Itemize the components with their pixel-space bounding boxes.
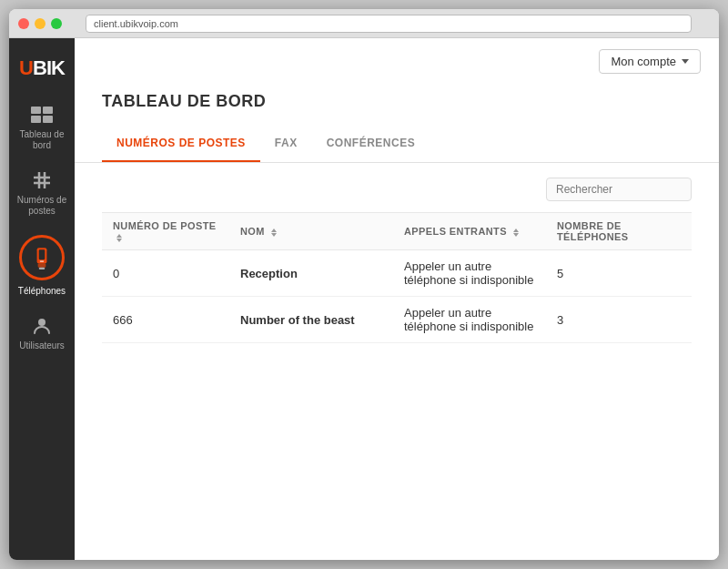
data-table: NUMÉRO DE POSTE NOM [102, 212, 692, 343]
url-text: client.ubikvoip.com [94, 18, 178, 29]
tab-numeros[interactable]: NUMÉROS DE POSTES [102, 126, 260, 162]
svg-rect-9 [39, 249, 46, 259]
page-title-area: TABLEAU DE BORD [75, 85, 719, 126]
app-container: UBIK Tableau de bord [9, 38, 719, 560]
cell-nom: Reception [229, 250, 393, 297]
sort-up-icon [116, 234, 122, 238]
col-header-telephones: NOMBRE DE TÉLÉPHONES [546, 213, 692, 250]
sort-up-icon [513, 229, 519, 232]
logo: UBIK [9, 47, 75, 95]
table-row[interactable]: 666 Number of the beast Appeler un autre… [102, 297, 692, 343]
sidebar-item-label: Numéros de postes [13, 195, 71, 217]
account-button[interactable]: Mon compte [599, 49, 701, 74]
table-header: NUMÉRO DE POSTE NOM [102, 213, 692, 250]
search-input[interactable] [546, 178, 692, 201]
svg-rect-0 [31, 107, 41, 114]
sidebar-item-label: Tableau de bord [13, 129, 71, 151]
phones-circle [19, 235, 65, 280]
sort-down-icon [271, 233, 277, 237]
sort-up-icon [271, 229, 277, 232]
col-header-nom: NOM [229, 213, 393, 250]
tabs: NUMÉROS DE POSTES FAX CONFÉRENCES [75, 126, 719, 163]
tab-conferences[interactable]: CONFÉRENCES [312, 126, 430, 162]
cell-numero: 666 [102, 297, 229, 343]
content-area: NUMÉRO DE POSTE NOM [75, 163, 719, 560]
minimize-button[interactable] [35, 18, 46, 29]
col-header-numero: NUMÉRO DE POSTE [102, 213, 229, 250]
tab-fax[interactable]: FAX [260, 126, 312, 162]
cell-appels: Appeler un autre téléphone si indisponib… [393, 250, 546, 297]
search-row [102, 178, 692, 201]
cell-telephones: 3 [546, 297, 692, 343]
sidebar-item-tableau-de-bord[interactable]: Tableau de bord [9, 95, 75, 160]
main-header: Mon compte [75, 38, 719, 85]
sort-arrows-numero [116, 234, 122, 242]
sidebar-item-telephones[interactable]: Téléphones [9, 226, 75, 306]
maximize-button[interactable] [51, 18, 62, 29]
table-body: 0 Reception Appeler un autre téléphone s… [102, 250, 692, 343]
sidebar-item-label: Utilisateurs [19, 340, 64, 351]
chevron-down-icon [682, 59, 689, 64]
svg-rect-10 [40, 260, 44, 262]
logo-text: UBIK [19, 56, 65, 80]
close-button[interactable] [18, 18, 29, 29]
cell-numero: 0 [102, 250, 229, 297]
cell-telephones: 5 [546, 250, 692, 297]
sidebar: UBIK Tableau de bord [9, 38, 75, 560]
sidebar-item-label: Téléphones [18, 286, 66, 297]
svg-rect-11 [38, 264, 46, 268]
sidebar-item-numeros-de-postes[interactable]: Numéros de postes [9, 160, 75, 226]
page-title: TABLEAU DE BORD [102, 92, 692, 111]
cell-nom: Number of the beast [229, 297, 393, 343]
sort-arrows-appels [513, 229, 519, 237]
app-window: client.ubikvoip.com UBIK [9, 9, 719, 560]
user-icon [29, 315, 55, 337]
svg-rect-3 [43, 116, 53, 123]
dashboard-icon [29, 104, 55, 126]
hash-icon [29, 169, 55, 191]
svg-point-14 [38, 319, 46, 326]
address-bar: client.ubikvoip.com [86, 15, 692, 33]
sort-down-icon [513, 233, 519, 237]
col-header-appels: APPELS ENTRANTS [393, 213, 546, 250]
table-row[interactable]: 0 Reception Appeler un autre téléphone s… [102, 250, 692, 297]
svg-rect-1 [43, 107, 53, 114]
sort-arrows-nom [271, 229, 277, 237]
cell-appels: Appeler un autre téléphone si indisponib… [393, 297, 546, 343]
main-content: Mon compte TABLEAU DE BORD NUMÉROS DE PO… [75, 38, 719, 560]
sort-down-icon [116, 239, 122, 242]
title-bar: client.ubikvoip.com [9, 9, 719, 38]
sidebar-item-utilisateurs[interactable]: Utilisateurs [9, 306, 75, 361]
account-button-label: Mon compte [611, 55, 676, 68]
svg-rect-13 [39, 268, 46, 269]
svg-rect-2 [31, 116, 41, 123]
